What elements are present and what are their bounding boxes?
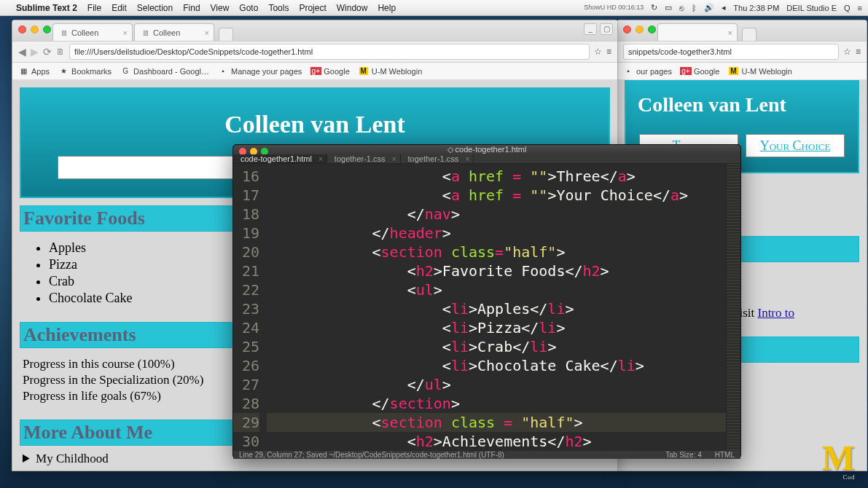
nav-link-your-choice[interactable]: Your Choice	[746, 134, 845, 157]
wifi-icon[interactable]: ⎋	[679, 4, 684, 12]
menu-items[interactable]: FileEditSelectionFindViewGotoToolsProjec…	[87, 3, 406, 13]
address-bar[interactable]: snippets/code-together3.html	[623, 44, 839, 60]
spotlight-icon[interactable]: Q	[844, 4, 851, 12]
maximize-icon[interactable]: ▢	[600, 23, 613, 35]
bookmarks-bar: ▦Apps★BookmarksGDashboard - Googl…▪Manag…	[12, 63, 617, 80]
bookmark-item[interactable]: ▪Manage your pages	[218, 66, 302, 76]
reload-icon[interactable]: ⟳	[43, 46, 52, 58]
minimize-icon[interactable]: _	[584, 23, 597, 35]
user-menu[interactable]: DEIL Studio E	[786, 4, 837, 12]
bookmark-item[interactable]: GDashboard - Googl…	[120, 66, 209, 76]
bookmark-item[interactable]: MU-M Weblogin	[728, 66, 792, 76]
bookmark-star-icon[interactable]: ☆	[843, 47, 851, 57]
editor-tab[interactable]: together-1.css×	[401, 154, 474, 163]
bookmark-item[interactable]: MU-M Weblogin	[359, 66, 423, 76]
editor-title: ◇ code-together1.html	[233, 145, 740, 154]
minimap[interactable]	[726, 164, 740, 451]
menu-item[interactable]: Edit	[112, 3, 127, 13]
clock[interactable]: Thu 2:38 PM	[733, 4, 779, 12]
menu-item[interactable]: Find	[183, 3, 200, 13]
menu-item[interactable]: Help	[378, 3, 396, 13]
sublime-window[interactable]: ◇ code-together1.html code-together1.htm…	[232, 144, 741, 459]
recorder-hint: ShowU HD 00:16:13	[584, 4, 644, 11]
close-icon[interactable]: ×	[123, 28, 128, 37]
page-title: Colleen van Lent	[28, 111, 601, 138]
back-icon[interactable]: ◀	[18, 46, 26, 58]
menu-item[interactable]: Goto	[239, 3, 258, 13]
app-name[interactable]: Sublime Text 2	[16, 3, 77, 13]
page-title: Colleen van Lent	[633, 93, 851, 117]
chrome-menu-icon[interactable]: ≡	[606, 47, 611, 57]
editor-tabs: code-together1.html×together-1.css×toget…	[233, 154, 740, 164]
battery-icon[interactable]: ◂	[722, 3, 726, 12]
notifications-icon[interactable]: ≡	[858, 4, 862, 12]
sync-icon[interactable]: ↻	[651, 3, 657, 12]
bookmark-item[interactable]: g+Google	[681, 66, 719, 76]
browser-tab[interactable]: ×	[657, 23, 738, 41]
menu-item[interactable]: Window	[337, 3, 368, 13]
status-tabsize[interactable]: Tab Size: 4	[665, 451, 701, 459]
close-icon[interactable]: ×	[318, 155, 323, 163]
menu-item[interactable]: Tools	[268, 3, 289, 13]
umich-logo: MCod	[822, 438, 855, 481]
status-bar: Line 29, Column 27; Saved ~/Desktop/Code…	[233, 451, 740, 459]
address-bar[interactable]: file:///Users/deilstudioe/Desktop/CodeSn…	[69, 44, 590, 60]
status-lang[interactable]: HTML	[715, 451, 735, 459]
forward-icon[interactable]: ▶	[31, 46, 39, 58]
menu-item[interactable]: Selection	[137, 3, 173, 13]
intro-link[interactable]: Intro to	[757, 306, 794, 320]
line-gutter: 161718192021222324252627282930	[233, 164, 265, 451]
close-icon[interactable]: ×	[465, 155, 469, 163]
menu-item[interactable]: File	[87, 3, 101, 13]
chrome-menu-icon[interactable]: ≡	[856, 47, 861, 57]
status-left: Line 29, Column 27; Saved ~/Desktop/Code…	[239, 451, 504, 459]
volume-icon[interactable]: 🔊	[704, 3, 714, 12]
close-icon[interactable]: ×	[205, 28, 209, 37]
bookmark-star-icon[interactable]: ☆	[594, 47, 602, 57]
bluetooth-icon[interactable]: ᛒ	[692, 4, 697, 12]
menu-item[interactable]: View	[211, 3, 230, 13]
file-icon: 🗎	[56, 47, 65, 57]
bookmark-item[interactable]: ▪our pages	[623, 66, 672, 76]
editor-tab[interactable]: together-1.css×	[327, 154, 401, 163]
mac-menubar: Sublime Text 2 FileEditSelectionFindView…	[0, 0, 868, 16]
browser-tab[interactable]: 🗎Colleen×	[52, 23, 133, 41]
close-icon[interactable]: ×	[392, 155, 396, 163]
window-traffic-lights[interactable]	[623, 25, 656, 34]
window-traffic-lights[interactable]	[18, 25, 51, 34]
display-icon[interactable]: ▭	[665, 3, 672, 12]
editor-tab[interactable]: code-together1.html×	[233, 154, 327, 163]
bookmarks-bar: ▪our pagesg+GoogleMU-M Weblogin	[617, 63, 867, 80]
new-tab-button[interactable]	[742, 28, 756, 41]
bookmark-item[interactable]: g+Google	[310, 66, 349, 76]
new-tab-button[interactable]	[219, 28, 233, 41]
close-icon[interactable]: ×	[728, 28, 732, 37]
browser-tab[interactable]: 🗎Colleen×	[134, 23, 214, 41]
code-area[interactable]: <a href = "">Three</a> <a href = "">Your…	[265, 164, 726, 451]
apps-button[interactable]: ▦Apps	[18, 66, 50, 76]
bookmark-item[interactable]: ★Bookmarks	[58, 66, 112, 76]
menu-item[interactable]: Project	[299, 3, 326, 13]
